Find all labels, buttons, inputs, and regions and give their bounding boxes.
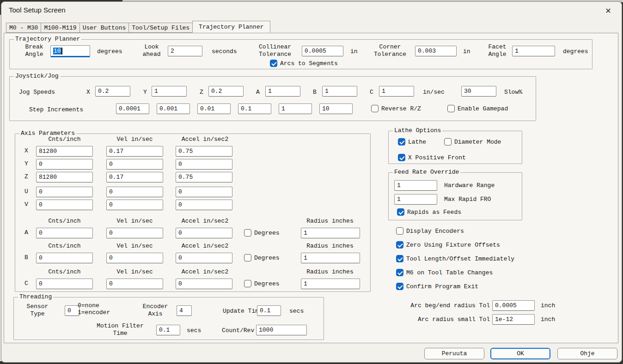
header-cnts-inch: Cnts/inch (36, 268, 93, 275)
collinear-tolerance-input[interactable] (302, 46, 343, 56)
checkbox-m6-on-tool-table-changes[interactable]: M6 on Tool Table Changes (396, 269, 493, 276)
corner-tolerance-unit: in (463, 48, 470, 55)
cancel-button[interactable]: Peruuta (424, 348, 484, 359)
axis-a-vel-input[interactable] (106, 228, 163, 238)
axis-a-cnts-input[interactable] (36, 228, 93, 238)
axis-row-label-z: Z (24, 173, 28, 180)
look-ahead-input[interactable] (168, 46, 202, 56)
checkbox-tool-length-offset-immediately[interactable]: Tool Length/Offset Immediately (396, 255, 514, 262)
axis-c-accel-input[interactable] (176, 279, 232, 289)
axis-b-radius-input[interactable] (301, 253, 360, 263)
ok-button[interactable]: OK (490, 348, 550, 359)
checkbox-icon (396, 255, 403, 262)
checkbox-confirm-program-exit[interactable]: Confirm Program Exit (396, 283, 478, 290)
header-cnts-inch: Cnts/inch (36, 218, 93, 224)
slow-percent-input[interactable] (461, 86, 496, 97)
checkbox-icon (244, 229, 251, 237)
axis-b-vel-input[interactable] (106, 253, 163, 263)
checkbox-icon (244, 280, 251, 287)
jog-axis-label-x: X (86, 89, 90, 96)
step-increment-3-input[interactable] (197, 103, 231, 114)
axis-v-vel-input[interactable] (106, 200, 163, 210)
jog-speed-z-input[interactable] (208, 86, 244, 97)
checkbox-x-positive-front[interactable]: X Positive Front (398, 154, 466, 161)
group-legend: Trajectory Planner (14, 36, 81, 42)
jog-speed-c-input[interactable] (379, 86, 414, 97)
axis-z-accel-input[interactable] (176, 172, 232, 182)
checkbox-degrees-c[interactable]: Degrees (244, 280, 280, 287)
header-vel: Vel in/sec (106, 218, 163, 224)
axis-z-vel-input[interactable] (106, 172, 163, 182)
checkbox-degrees-a[interactable]: Degrees (244, 229, 280, 237)
help-button[interactable]: Ohje (557, 348, 617, 359)
axis-a-accel-input[interactable] (176, 228, 232, 238)
arc-radius-small-tol-input[interactable] (492, 314, 535, 325)
axis-x-vel-input[interactable] (106, 146, 163, 157)
step-increment-6-input[interactable] (319, 103, 353, 114)
checkbox-display-encoders[interactable]: Display Encoders (396, 227, 464, 235)
corner-tolerance-input[interactable] (415, 46, 457, 56)
checkbox-reverse-rz[interactable]: Reverse R/Z (371, 105, 421, 112)
close-button[interactable]: ✕ (600, 4, 616, 18)
axis-y-vel-input[interactable] (106, 159, 163, 170)
axis-c-cnts-input[interactable] (36, 279, 93, 289)
max-rapid-fro-input[interactable] (394, 194, 437, 205)
step-increment-2-input[interactable] (157, 103, 190, 114)
header-accel: Accel in/sec2 (176, 243, 234, 249)
axis-c-vel-input[interactable] (106, 279, 163, 289)
tab-m100-m119[interactable]: M100-M119 (41, 23, 79, 33)
axis-a-radius-input[interactable] (301, 228, 360, 238)
encoder-axis-input[interactable] (177, 305, 192, 316)
tab-tool-setup-files[interactable]: Tool/Setup Files (128, 23, 193, 33)
update-time-input[interactable] (257, 305, 281, 316)
motion-filter-time-input[interactable] (156, 325, 180, 335)
break-angle-input[interactable]: 10 (50, 45, 90, 57)
collinear-tolerance-label: Collinear Tolerance (257, 43, 293, 58)
step-increment-5-input[interactable] (279, 103, 312, 114)
jog-speed-y-input[interactable] (152, 86, 187, 97)
arc-beg-end-radius-tol-input[interactable] (492, 300, 535, 311)
axis-u-vel-input[interactable] (106, 187, 163, 197)
step-increment-1-input[interactable] (116, 103, 149, 114)
axis-z-cnts-input[interactable] (36, 172, 93, 182)
tab-trajectory-planner[interactable]: Trajectory Planner (192, 21, 270, 33)
axis-row-label-y: Y (24, 160, 28, 167)
checkbox-label: Display Encoders (406, 228, 464, 235)
tab-user-buttons[interactable]: User Buttons (79, 23, 129, 33)
facet-angle-input[interactable] (512, 46, 555, 56)
axis-b-accel-input[interactable] (176, 253, 232, 263)
jog-speed-b-input[interactable] (322, 86, 357, 97)
axis-b-cnts-input[interactable] (36, 253, 93, 263)
axis-v-cnts-input[interactable] (36, 200, 93, 210)
step-increment-4-input[interactable] (238, 103, 271, 114)
update-time-unit: secs (289, 308, 304, 315)
count-rev-input[interactable] (256, 325, 307, 335)
count-rev-label: Count/Rev (222, 327, 254, 334)
axis-y-cnts-input[interactable] (36, 159, 93, 170)
axis-v-accel-input[interactable] (176, 200, 232, 210)
checkbox-enable-gamepad[interactable]: Enable Gamepad (447, 105, 508, 112)
jog-speed-x-input[interactable] (95, 86, 130, 97)
axis-row-label-v: V (24, 201, 28, 208)
axis-y-accel-input[interactable] (176, 159, 232, 170)
checkbox-arcs-to-segments[interactable]: Arcs to Segments (270, 60, 338, 67)
axis-x-accel-input[interactable] (176, 146, 232, 157)
checkbox-zero-using-fixture-offsets[interactable]: Zero Using Fixture Offsets (396, 241, 500, 249)
axis-row-label-a: A (24, 229, 28, 236)
checkbox-label: M6 on Tool Table Changes (406, 269, 493, 276)
checkbox-degrees-b[interactable]: Degrees (244, 254, 280, 261)
checkbox-rapids-as-feeds[interactable]: Rapids as Feeds (397, 208, 461, 216)
tab-m0-m30[interactable]: M0 - M30 (6, 23, 41, 33)
axis-u-accel-input[interactable] (176, 187, 232, 197)
checkbox-lathe[interactable]: Lathe (398, 138, 426, 146)
checkbox-icon (397, 208, 404, 216)
axis-c-radius-input[interactable] (301, 279, 360, 289)
axis-x-cnts-input[interactable] (36, 146, 93, 157)
jog-speed-a-input[interactable] (265, 86, 300, 97)
group-legend: Feed Rate Override (393, 169, 460, 176)
hardware-range-input[interactable] (394, 180, 437, 191)
facet-angle-label: Facet Angle (486, 43, 509, 58)
axis-u-cnts-input[interactable] (36, 187, 93, 197)
checkbox-diameter-mode[interactable]: Diameter Mode (444, 138, 501, 146)
checkbox-label: Rapids as Feeds (407, 209, 461, 216)
